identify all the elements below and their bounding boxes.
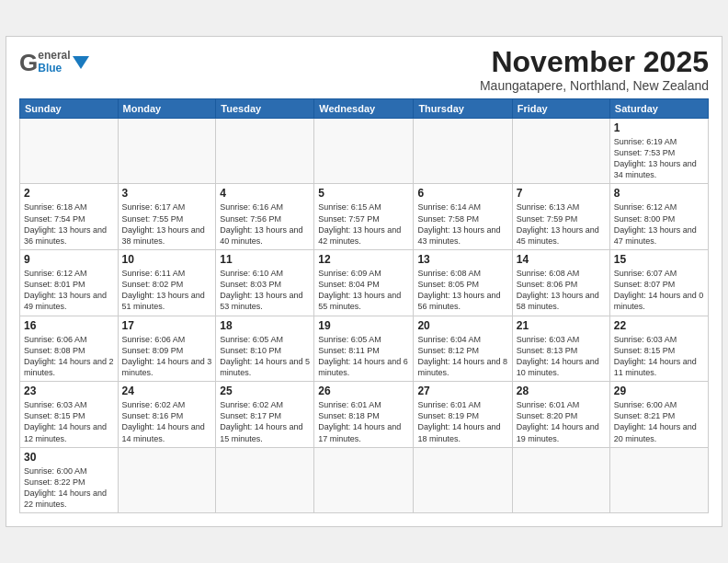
day-number: 14 (517, 253, 606, 266)
day-cell: 28Sunrise: 6:01 AM Sunset: 8:20 PM Dayli… (512, 382, 609, 448)
day-number: 29 (614, 385, 704, 397)
day-number: 24 (122, 385, 212, 397)
day-content: Sunrise: 6:16 AM Sunset: 7:56 PM Dayligh… (220, 201, 310, 247)
day-number: 7 (517, 187, 606, 200)
day-content: Sunrise: 6:06 AM Sunset: 8:08 PM Dayligh… (24, 334, 114, 379)
day-content: Sunrise: 6:12 AM Sunset: 8:00 PM Dayligh… (614, 201, 704, 247)
day-cell: 22Sunrise: 6:03 AM Sunset: 8:15 PM Dayli… (609, 316, 708, 382)
day-cell (118, 447, 216, 513)
week-row-2: 2Sunrise: 6:18 AM Sunset: 7:54 PM Daylig… (20, 184, 709, 250)
day-cell: 27Sunrise: 6:01 AM Sunset: 8:19 PM Dayli… (414, 382, 512, 448)
day-cell (314, 118, 414, 184)
title-section: November 2025 Maungatapere, Northland, N… (480, 46, 709, 93)
day-cell: 21Sunrise: 6:03 AM Sunset: 8:13 PM Dayli… (512, 316, 609, 382)
week-row-3: 9Sunrise: 6:12 AM Sunset: 8:01 PM Daylig… (20, 250, 709, 316)
logo-blue: Blue (38, 63, 70, 75)
day-cell (512, 447, 609, 513)
day-number: 17 (122, 319, 212, 332)
day-content: Sunrise: 6:03 AM Sunset: 8:15 PM Dayligh… (24, 399, 114, 444)
day-number: 26 (318, 385, 409, 397)
logo-triangle-icon (73, 56, 89, 69)
day-content: Sunrise: 6:11 AM Sunset: 8:02 PM Dayligh… (122, 268, 212, 313)
day-number: 20 (417, 319, 507, 332)
day-content: Sunrise: 6:08 AM Sunset: 8:06 PM Dayligh… (517, 268, 606, 313)
day-cell: 6Sunrise: 6:14 AM Sunset: 7:58 PM Daylig… (414, 184, 512, 250)
day-number: 10 (122, 253, 212, 266)
day-content: Sunrise: 6:19 AM Sunset: 7:53 PM Dayligh… (614, 136, 704, 181)
header-day-saturday: Saturday (609, 98, 708, 118)
day-number: 19 (318, 319, 409, 332)
header-section: G eneral Blue November 2025 Maungatapere… (19, 46, 709, 93)
day-number: 13 (417, 253, 507, 266)
day-content: Sunrise: 6:01 AM Sunset: 8:18 PM Dayligh… (318, 399, 409, 444)
day-content: Sunrise: 6:00 AM Sunset: 8:21 PM Dayligh… (614, 399, 704, 444)
day-number: 5 (318, 187, 409, 200)
day-content: Sunrise: 6:05 AM Sunset: 8:11 PM Dayligh… (318, 334, 409, 379)
header-day-friday: Friday (512, 98, 609, 118)
day-cell: 19Sunrise: 6:05 AM Sunset: 8:11 PM Dayli… (314, 316, 414, 382)
day-cell (609, 447, 708, 513)
day-cell: 15Sunrise: 6:07 AM Sunset: 8:07 PM Dayli… (609, 250, 708, 316)
day-content: Sunrise: 6:13 AM Sunset: 7:59 PM Dayligh… (517, 201, 606, 247)
day-content: Sunrise: 6:02 AM Sunset: 8:17 PM Dayligh… (220, 399, 310, 444)
day-number: 1 (614, 121, 704, 134)
day-cell: 10Sunrise: 6:11 AM Sunset: 8:02 PM Dayli… (118, 250, 216, 316)
day-cell: 30Sunrise: 6:00 AM Sunset: 8:22 PM Dayli… (20, 447, 119, 513)
day-cell (314, 447, 414, 513)
day-content: Sunrise: 6:15 AM Sunset: 7:57 PM Dayligh… (318, 201, 409, 247)
week-row-4: 16Sunrise: 6:06 AM Sunset: 8:08 PM Dayli… (20, 316, 709, 382)
day-cell (216, 118, 314, 184)
day-cell (414, 447, 512, 513)
day-cell (216, 447, 314, 513)
week-row-1: 1Sunrise: 6:19 AM Sunset: 7:53 PM Daylig… (20, 118, 709, 184)
day-content: Sunrise: 6:06 AM Sunset: 8:09 PM Dayligh… (122, 334, 212, 379)
day-content: Sunrise: 6:12 AM Sunset: 8:01 PM Dayligh… (24, 268, 114, 313)
day-cell (512, 118, 609, 184)
day-content: Sunrise: 6:01 AM Sunset: 8:20 PM Dayligh… (517, 399, 606, 444)
day-content: Sunrise: 6:05 AM Sunset: 8:10 PM Dayligh… (220, 334, 310, 379)
day-number: 12 (318, 253, 409, 266)
day-cell: 17Sunrise: 6:06 AM Sunset: 8:09 PM Dayli… (118, 316, 216, 382)
day-number: 22 (614, 319, 704, 332)
day-content: Sunrise: 6:03 AM Sunset: 8:15 PM Dayligh… (614, 334, 704, 379)
header-day-sunday: Sunday (20, 98, 119, 118)
day-content: Sunrise: 6:00 AM Sunset: 8:22 PM Dayligh… (24, 465, 114, 511)
header-day-monday: Monday (118, 98, 216, 118)
calendar-container: G eneral Blue November 2025 Maungatapere… (6, 36, 722, 528)
week-row-6: 30Sunrise: 6:00 AM Sunset: 8:22 PM Dayli… (20, 447, 709, 513)
day-cell: 16Sunrise: 6:06 AM Sunset: 8:08 PM Dayli… (20, 316, 119, 382)
logo-general: eneral (38, 50, 70, 62)
day-content: Sunrise: 6:01 AM Sunset: 8:19 PM Dayligh… (417, 399, 507, 444)
day-content: Sunrise: 6:07 AM Sunset: 8:07 PM Dayligh… (614, 268, 704, 313)
day-cell: 2Sunrise: 6:18 AM Sunset: 7:54 PM Daylig… (20, 184, 119, 250)
day-content: Sunrise: 6:17 AM Sunset: 7:55 PM Dayligh… (122, 201, 212, 247)
day-number: 15 (614, 253, 704, 266)
day-cell: 12Sunrise: 6:09 AM Sunset: 8:04 PM Dayli… (314, 250, 414, 316)
day-cell: 1Sunrise: 6:19 AM Sunset: 7:53 PM Daylig… (609, 118, 708, 184)
week-row-5: 23Sunrise: 6:03 AM Sunset: 8:15 PM Dayli… (20, 382, 709, 448)
calendar-table: SundayMondayTuesdayWednesdayThursdayFrid… (19, 98, 709, 513)
day-number: 25 (220, 385, 310, 397)
header-day-wednesday: Wednesday (314, 98, 414, 118)
day-number: 2 (24, 187, 114, 200)
day-cell: 4Sunrise: 6:16 AM Sunset: 7:56 PM Daylig… (216, 184, 314, 250)
header-day-tuesday: Tuesday (216, 98, 314, 118)
day-number: 8 (614, 187, 704, 200)
day-cell: 8Sunrise: 6:12 AM Sunset: 8:00 PM Daylig… (609, 184, 708, 250)
day-cell: 26Sunrise: 6:01 AM Sunset: 8:18 PM Dayli… (314, 382, 414, 448)
day-number: 23 (24, 385, 114, 397)
day-cell: 29Sunrise: 6:00 AM Sunset: 8:21 PM Dayli… (609, 382, 708, 448)
day-number: 30 (24, 451, 114, 464)
day-number: 21 (517, 319, 606, 332)
day-cell: 25Sunrise: 6:02 AM Sunset: 8:17 PM Dayli… (216, 382, 314, 448)
day-content: Sunrise: 6:09 AM Sunset: 8:04 PM Dayligh… (318, 268, 409, 313)
day-cell: 24Sunrise: 6:02 AM Sunset: 8:16 PM Dayli… (118, 382, 216, 448)
day-cell: 7Sunrise: 6:13 AM Sunset: 7:59 PM Daylig… (512, 184, 609, 250)
day-content: Sunrise: 6:18 AM Sunset: 7:54 PM Dayligh… (24, 201, 114, 247)
day-content: Sunrise: 6:14 AM Sunset: 7:58 PM Dayligh… (417, 201, 507, 247)
subtitle: Maungatapere, Northland, New Zealand (480, 78, 709, 93)
day-cell: 5Sunrise: 6:15 AM Sunset: 7:57 PM Daylig… (314, 184, 414, 250)
day-cell (414, 118, 512, 184)
svg-marker-0 (73, 56, 89, 69)
month-title: November 2025 (480, 46, 709, 78)
